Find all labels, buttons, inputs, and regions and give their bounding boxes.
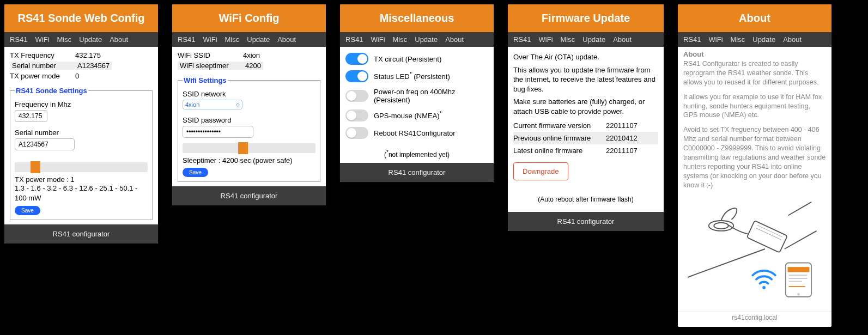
save-button[interactable]: Save [15, 206, 40, 215]
svg-line-6 [785, 231, 817, 249]
nav-rs41[interactable]: RS41 [178, 35, 196, 44]
sleep-slider[interactable] [183, 143, 315, 153]
auto-reboot-note: (Auto reboot after firmware flash) [513, 196, 658, 203]
nav-misc[interactable]: Misc [393, 35, 408, 44]
downgrade-button[interactable]: Downgrade [513, 162, 568, 180]
host-label: rs41config.local [678, 311, 831, 327]
nav-misc[interactable]: Misc [731, 35, 745, 44]
power-values: 1.3 - 1.6 - 3.2 - 6.3 - 12.6 - 25.1 - 50… [15, 184, 148, 203]
save-button[interactable]: Save [183, 168, 208, 177]
label-ssid: WiFi SSID [178, 51, 243, 59]
power-mode-line: TX power mode : 1 [15, 175, 148, 184]
nav-bar: RS41 WiFi Misc Update About [340, 32, 494, 47]
power-slider[interactable] [15, 162, 148, 172]
serial-input[interactable] [15, 138, 75, 150]
nav-update[interactable]: Update [247, 35, 270, 44]
nav-wifi[interactable]: WiFi [371, 35, 385, 44]
panel-firmware: Firmware Update RS41 WiFi Misc Update Ab… [508, 4, 664, 231]
panel-title: Firmware Update [508, 4, 664, 32]
panel-misc: Miscellaneous RS41 WiFi Misc Update Abou… [340, 4, 494, 182]
value-serial: A1234567 [75, 62, 112, 70]
value-ssid: 4xion [243, 51, 260, 59]
label-tx-freq: TX Frequency [10, 51, 75, 59]
nav-rs41[interactable]: RS41 [10, 35, 28, 44]
footer: RS41 configurator [4, 224, 158, 243]
freq-label: Frequency in Mhz [15, 100, 148, 108]
label-sleep: WiFi sleeptimer [178, 62, 243, 70]
panel-title: WiFi Config [172, 4, 326, 32]
nav-about[interactable]: About [110, 35, 128, 44]
svg-line-5 [788, 202, 812, 216]
nav-rs41[interactable]: RS41 [513, 35, 531, 44]
fw-prev-label: Previous online firmware [513, 134, 606, 142]
svg-line-7 [688, 249, 765, 277]
sleep-line: Sleeptimer : 4200 sec (power safe) [183, 156, 315, 165]
toggle-1[interactable] [345, 70, 368, 82]
nav-about[interactable]: About [613, 35, 632, 44]
rs41-settings-legend: RS41 Sonde Settings [15, 87, 88, 95]
about-p1: RS41 Configurator is created to easily r… [683, 59, 826, 87]
footer: RS41 configurator [508, 212, 664, 231]
nav-bar: RS41 WiFi Misc Update About [172, 32, 326, 47]
power-slider-thumb[interactable] [31, 161, 40, 173]
fw-latest-label: Latest online firmware [513, 147, 606, 155]
panel-title: Miscellaneous [340, 4, 494, 32]
nav-misc[interactable]: Misc [57, 35, 72, 44]
about-illustration [683, 195, 826, 304]
toggle-3[interactable] [345, 109, 368, 121]
nav-rs41[interactable]: RS41 [683, 35, 701, 44]
footer: RS41 configurator [340, 163, 494, 182]
toggle-4[interactable] [345, 127, 368, 139]
nav-about[interactable]: About [445, 35, 464, 44]
svg-point-8 [762, 286, 766, 289]
nav-about[interactable]: About [277, 35, 296, 44]
panel-about: About RS41 WiFi Misc Update About About … [678, 4, 831, 327]
toggle-label-2: Power-on freq on 400Mhz (Persistent) [374, 88, 488, 104]
nav-wifi[interactable]: WiFi [539, 35, 553, 44]
nav-update[interactable]: Update [415, 35, 438, 44]
fw-current-val: 22011107 [606, 121, 638, 130]
ssid-select[interactable]: 4xion [183, 100, 242, 109]
value-sleep: 4200 [243, 62, 263, 70]
toggle-2[interactable] [345, 90, 368, 102]
label-serial: Serial number [10, 62, 75, 70]
label-power-mode: TX power mode [10, 72, 75, 80]
panel-title: About [678, 4, 831, 32]
nav-update[interactable]: Update [79, 35, 102, 44]
nav-update[interactable]: Update [752, 35, 775, 44]
nav-wifi[interactable]: WiFi [35, 35, 50, 44]
toggle-label-0: TX circuit (Persistent) [374, 55, 441, 63]
nav-wifi[interactable]: WiFi [203, 35, 217, 44]
toggle-label-4: Reboot RS41Configurator [374, 129, 456, 137]
nav-misc[interactable]: Misc [561, 35, 575, 44]
toggle-0[interactable] [345, 53, 368, 65]
nav-bar: RS41 WiFi Misc Update About [4, 32, 158, 47]
rs41-settings-fieldset: RS41 Sonde Settings Frequency in Mhz Ser… [10, 87, 153, 220]
panel-title: RS41 Sonde Web Config [4, 4, 158, 32]
ssid-password-input[interactable] [183, 126, 253, 138]
value-power-mode: 0 [75, 72, 79, 80]
nav-misc[interactable]: Misc [225, 35, 240, 44]
footer: RS41 configurator [172, 186, 326, 205]
svg-point-1 [714, 223, 728, 229]
about-heading: About [683, 50, 826, 58]
phone-icon [786, 263, 811, 297]
nav-bar: RS41 WiFi Misc Update About [678, 32, 831, 47]
wifi-settings-legend: Wifi Settings [183, 76, 228, 84]
wifi-settings-fieldset: Wifi Settings SSID network 4xion SSID pa… [178, 76, 320, 182]
nav-update[interactable]: Update [582, 35, 605, 44]
about-p2: It allows you for example to use it for … [683, 93, 826, 120]
wifi-icon [752, 271, 775, 289]
fw-current-label: Current firmware version [513, 121, 606, 130]
nav-rs41[interactable]: RS41 [345, 35, 363, 44]
fw-latest-val: 22011107 [606, 147, 638, 155]
svg-point-15 [797, 293, 800, 296]
nav-wifi[interactable]: WiFi [709, 35, 723, 44]
ssid-network-label: SSID network [183, 90, 315, 98]
nav-about[interactable]: About [783, 35, 802, 44]
about-p3: Avoid to set TX freguency between 400 - … [683, 125, 826, 190]
sleep-slider-thumb[interactable] [238, 142, 248, 154]
freq-input[interactable] [15, 110, 47, 122]
ota-para3: Make sure batteries are (fully) charged,… [513, 97, 658, 116]
value-tx-freq: 432.175 [75, 51, 101, 59]
